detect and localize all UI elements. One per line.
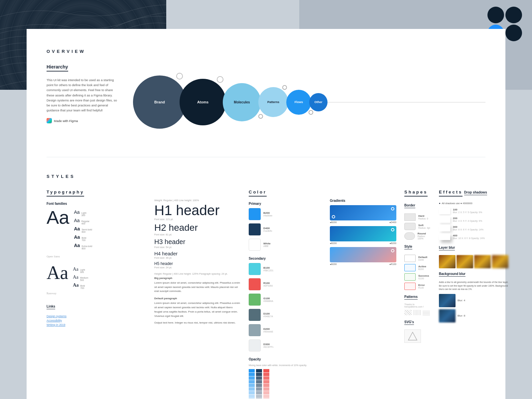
layer-blur-label: Layer blur bbox=[439, 246, 455, 250]
font-families-label: Font families bbox=[47, 202, 146, 205]
primary-colors: B200#4a90ee D400#1a3b5c White#ffffff bbox=[249, 208, 322, 253]
blur-8-row: Blur: 8 bbox=[439, 309, 508, 323]
shadow-300 bbox=[439, 225, 450, 231]
shadow-200 bbox=[439, 216, 450, 223]
effects-section: Effects Drop shadows ● All shadows use ●… bbox=[439, 189, 508, 343]
shadow-400 bbox=[439, 233, 450, 240]
style-states: Default D200 Active B200 bbox=[404, 255, 431, 290]
color-d400 bbox=[249, 223, 261, 235]
patterns-label: Patterns bbox=[404, 295, 418, 300]
blur-8-label: Blur: 8 bbox=[458, 314, 465, 317]
typography-col1: Typography Font families Aa AaLight300 A… bbox=[47, 189, 146, 328]
typography-col2: Weight: Regular | 400 Line height: 100% … bbox=[154, 189, 241, 325]
typography-label: Typography bbox=[47, 190, 84, 197]
style-error bbox=[404, 283, 416, 290]
secondary-label: Secondary bbox=[249, 257, 322, 260]
open-sans-group: Aa AaLight300 AaRegular400 AaSemi-bold60… bbox=[47, 208, 146, 250]
h1-size: Font size: 121 pt. bbox=[154, 218, 241, 221]
link-item-3[interactable]: Writing in 2019 bbox=[47, 323, 146, 327]
border-hard bbox=[404, 213, 416, 221]
color-d100 bbox=[249, 309, 261, 321]
h5-size: Font size: 24 pt. bbox=[154, 266, 241, 269]
shadow-items: 100 Blur: 2 X: 5 Y: 5 Opacity: 9% 200 bbox=[439, 207, 508, 240]
bubble-flows: Flows bbox=[286, 90, 311, 115]
h3-header: H3 header bbox=[154, 238, 241, 246]
bg-blur-section: Background blur Adds a blur to all geome… bbox=[439, 270, 508, 323]
bubble-other: Other bbox=[309, 93, 328, 111]
svg-preview bbox=[404, 330, 421, 343]
bubble-molecules: Molecules bbox=[223, 83, 261, 121]
blur-8-thumb bbox=[439, 309, 456, 323]
body-meta: Height: Regular | 400 Line height: 125% … bbox=[154, 272, 241, 275]
raneway-name: Raneway bbox=[47, 292, 146, 295]
headers-meta: Weight: Regular | 400 Line height: 100% bbox=[154, 199, 241, 202]
overview-section: OVERVIEW Hierarchy This UI kit was inten… bbox=[47, 42, 485, 140]
color-g100 bbox=[249, 294, 261, 306]
style-success bbox=[404, 273, 416, 281]
hierarchy-left: Hierarchy This UI kit was intended to be… bbox=[47, 64, 120, 123]
hierarchy-title: Hierarchy bbox=[47, 64, 68, 71]
patterns-sub: Thanks to heropatterns.com ! bbox=[404, 303, 431, 308]
gradient-1: ●B200 ●D400 bbox=[330, 205, 396, 223]
patterns-grid bbox=[404, 310, 431, 315]
raneway-group: Aa AaLight300 AaMedium500 AaBold700 bbox=[47, 263, 146, 289]
figma-icon bbox=[47, 118, 52, 123]
color-col: Color Primary B200#4a90ee D400#1a3b5c bbox=[249, 189, 322, 399]
shapes-label: Shapes bbox=[404, 190, 428, 197]
color-label: Color bbox=[249, 190, 267, 197]
h3-size: Font size: 54 pt. bbox=[154, 246, 241, 249]
layer-blur-images bbox=[439, 255, 508, 268]
gradients-label: Gradients bbox=[330, 199, 396, 202]
shadow-100 bbox=[439, 207, 450, 214]
bg-blur-label: Background blur bbox=[439, 272, 466, 277]
output-text: Output text here. Integer eu risus nisi,… bbox=[154, 321, 241, 325]
blur-thumb-2 bbox=[474, 255, 491, 268]
shadow-200-blur: Blur: 4 X: 5 Y: 4 Opacity: 9% bbox=[453, 220, 482, 222]
outer-wrapper: .topo-line { fill: none; stroke: rgba(25… bbox=[0, 0, 532, 399]
link-item-2[interactable]: Accessibility bbox=[47, 319, 146, 322]
shapes-effects-col: Shapes Border Hard Radius: 0 bbox=[404, 189, 477, 343]
bubble-patterns: Patterns bbox=[258, 87, 288, 117]
secondary-colors: B100#5BC2D1 R100#EF5350 G100#66BB6A bbox=[249, 263, 322, 353]
opacity-label: Opacity bbox=[249, 357, 322, 361]
link-item-1[interactable]: Design systems bbox=[47, 315, 146, 318]
h2-header: H2 header bbox=[154, 223, 241, 233]
section-divider bbox=[47, 157, 485, 157]
blur-4-thumb bbox=[439, 294, 456, 307]
opacity-desc: Mixing base color with white. Increments… bbox=[249, 364, 322, 367]
body-text: Lorem ipsum dolor sit amet, consectetur … bbox=[154, 281, 241, 294]
h5-header: H5 header bbox=[154, 261, 241, 266]
bubble-atoms: Atoms bbox=[180, 79, 226, 125]
color-r100 bbox=[249, 278, 261, 290]
figma-circle-1 bbox=[487, 7, 504, 23]
color-b100 bbox=[249, 263, 261, 275]
default-para-label: Default paragraph bbox=[154, 297, 241, 300]
gradients-col: Gradients ●B200 ●D400 bbox=[330, 189, 396, 268]
border-shapes: Hard Radius: 0 Soft Radius: 4pt bbox=[404, 213, 431, 240]
body-label: Big paragraph bbox=[154, 277, 241, 280]
style-default bbox=[404, 255, 416, 262]
overview-title: OVERVIEW bbox=[47, 42, 485, 54]
raneway-big-aa: Aa bbox=[47, 263, 68, 282]
blue-opacity-col bbox=[249, 369, 255, 399]
main-card: OVERVIEW Hierarchy This UI kit was inten… bbox=[27, 29, 505, 399]
patterns-section: Patterns Thanks to heropatterns.com ! bbox=[404, 293, 431, 315]
svgs-section: SVG's bbox=[404, 319, 431, 343]
shadow-100-blur: Blur: 2 X: 5 Y: 5 Opacity: 9% bbox=[453, 211, 482, 213]
open-sans-name: Open Sans bbox=[47, 255, 146, 258]
style-active bbox=[404, 264, 416, 271]
all-shadows-note: All shadows use ● #000000 bbox=[442, 202, 472, 205]
red-opacity-col bbox=[263, 369, 269, 399]
styles-section: STYLES Typography Font families Aa AaLig… bbox=[47, 167, 485, 399]
shadow-400-blur: Blur: 10 X: 6 Y: 8 Opacity: 24% bbox=[453, 237, 485, 239]
shapes-section: Shapes Border Hard Radius: 0 bbox=[404, 189, 431, 343]
blur-4-label: Blur: 4 bbox=[458, 299, 465, 302]
color-b200 bbox=[249, 208, 261, 220]
blur-thumb-1 bbox=[457, 255, 473, 268]
default-para: Lorem ipsum dolor sit amet, consectetur … bbox=[154, 301, 241, 318]
bubbles-area: Brand Atoms bbox=[133, 64, 485, 140]
gradient-3: ●B200 ●R100 bbox=[330, 247, 396, 265]
border-label: Border bbox=[404, 203, 415, 208]
figma-circle-2 bbox=[505, 7, 522, 23]
gradient-2: ●B200 ●B200 bbox=[330, 226, 396, 244]
